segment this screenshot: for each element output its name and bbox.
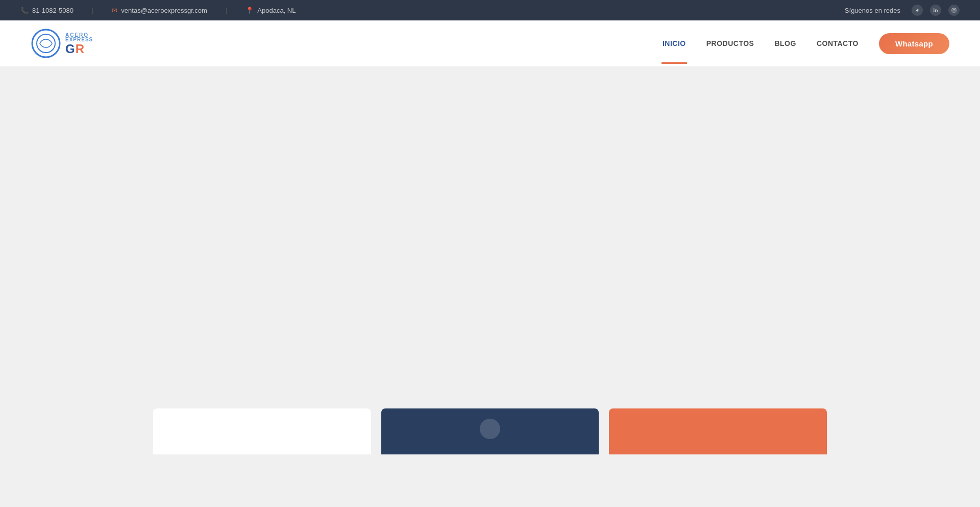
top-bar-right: Síguenos en redes: [845, 5, 960, 16]
svg-point-4: [955, 9, 955, 9]
phone-item[interactable]: 📞 81-1082-5080: [20, 7, 74, 14]
social-label: Síguenos en redes: [845, 7, 900, 14]
svg-point-3: [953, 9, 955, 11]
main-nav: INICIO PRODUCTOS BLOG CONTACTO: [663, 39, 859, 47]
card-dark-icon: [381, 408, 599, 439]
facebook-icon[interactable]: [912, 5, 923, 16]
header: ACERO EXPRESS GR INICIO PRODUCTOS BLOG C…: [0, 20, 980, 66]
instagram-icon[interactable]: [948, 5, 960, 16]
email-item[interactable]: ✉ ventas@aceroexpressgr.com: [112, 7, 207, 14]
card-orange: [609, 408, 827, 454]
main-content: [0, 66, 980, 454]
phone-number: 81-1082-5080: [32, 7, 74, 14]
card-white: [153, 408, 371, 454]
logo-gr: GR: [65, 43, 93, 55]
nav-contacto[interactable]: CONTACTO: [817, 39, 859, 47]
phone-icon: 📞: [20, 7, 29, 14]
logo-area[interactable]: ACERO EXPRESS GR: [31, 28, 93, 59]
linkedin-icon[interactable]: [930, 5, 941, 16]
nav-inicio[interactable]: INICIO: [663, 39, 686, 47]
separator-1: |: [92, 7, 93, 14]
location-item: 📍 Apodaca, NL: [246, 7, 296, 14]
email-address: ventas@aceroexpressgr.com: [121, 7, 207, 14]
cards-preview: [0, 408, 980, 454]
location-text: Apodaca, NL: [257, 7, 296, 14]
logo-svg: [31, 28, 61, 59]
whatsapp-button[interactable]: Whatsapp: [879, 33, 949, 54]
card-icon-circle: [480, 419, 500, 439]
nav-blog[interactable]: BLOG: [774, 39, 796, 47]
separator-2: |: [226, 7, 227, 14]
top-bar: 📞 81-1082-5080 | ✉ ventas@aceroexpressgr…: [0, 0, 980, 20]
card-dark: [381, 408, 599, 454]
svg-point-1: [934, 8, 935, 9]
email-icon: ✉: [112, 7, 117, 14]
top-bar-left: 📞 81-1082-5080 | ✉ ventas@aceroexpressgr…: [20, 7, 845, 14]
nav-productos[interactable]: PRODUCTOS: [706, 39, 754, 47]
location-icon: 📍: [246, 7, 254, 14]
svg-rect-2: [952, 8, 956, 12]
logo-text: ACERO EXPRESS GR: [65, 32, 93, 55]
svg-rect-0: [934, 10, 935, 13]
